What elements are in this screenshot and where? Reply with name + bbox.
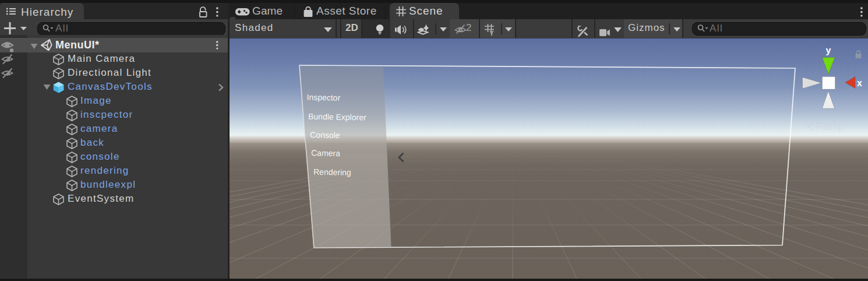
svg-text:Console: Console — [310, 130, 340, 140]
svg-text:x: x — [857, 78, 862, 88]
svg-text:Camera: Camera — [311, 148, 340, 158]
svg-text:y: y — [826, 45, 831, 55]
svg-text:Y: Y — [489, 30, 494, 36]
svg-text:Rendering: Rendering — [313, 167, 351, 177]
svg-text:Inspector: Inspector — [306, 93, 340, 103]
svg-text:Persp: Persp — [816, 120, 845, 132]
svg-text:Bundle Explorer: Bundle Explorer — [308, 112, 366, 122]
